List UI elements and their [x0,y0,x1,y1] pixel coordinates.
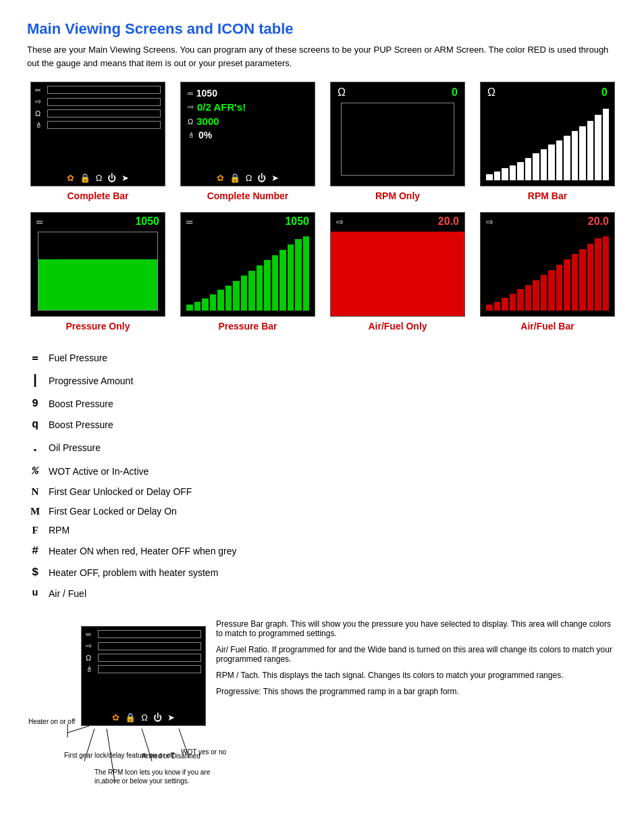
af-red-fill [331,232,464,316]
legend-text-0: Fuel Pressure [49,349,107,367]
rpm-bar-omega: Ω [487,86,495,99]
bottom-icons: ✿ 🔒 Ω ⏻ ➤ [31,173,165,183]
wot-annotation: WOT yes or no [181,748,226,756]
boost-icon: Ω [35,109,45,118]
legend-text-9: Heater ON when red, Heater OFF when grey [49,542,237,561]
legend-row-9: # Heater ON when red, Heater OFF when gr… [27,540,617,562]
desc-text-1: Air/ Fuel Ratio. If programmed for and t… [216,645,617,664]
desc-row-0: Pressure Bar graph. This will show you t… [216,619,617,638]
legend-text-11: Air / Fuel [49,585,86,603]
lock-icon: 🔒 [80,173,90,183]
cn-fuel-icon: ═ [188,89,193,97]
legend-symbol-3: q [27,415,43,435]
screen-box-airfuel-only: ⇨ 20.0 [330,212,465,317]
cn-rpm: 3000 [196,115,219,127]
rpm-only-value: 0 [452,86,458,99]
screen-airfuel-only: ⇨ 20.0 Air/Fuel Only [327,212,468,332]
screen-rpm-bar: Ω 0 RPM Bar [477,82,618,201]
diag-screen-wrapper: ═ ⇨ Ω 🕯 ✿ [81,626,206,726]
af-only-icon: ⇨ [336,217,344,227]
diag-screen: ═ ⇨ Ω 🕯 ✿ [81,626,206,726]
fuel-pressure-icon: ═ [35,86,45,94]
af-only-value: 20.0 [438,215,459,228]
press-only-icon: ═ [36,217,43,227]
heater-annotation: Heater on or off [28,717,75,726]
cn-bottom-icons: ✿ 🔒 Ω ⏻ ➤ [181,173,315,183]
screen-box-complete-number: ═ 1050 ⇨ 0/2 AFR's! Ω 3000 🕯 0% ✿ 🔒 Ω ⏻ … [180,82,315,186]
legend-text-1: Progressive Amount [49,372,133,390]
legend-row-10: $ Heater OFF, problem with heater system [27,562,617,583]
screens-grid: ═ ⇨ Ω 🕯 ✿ 🔒 Ω ⏻ ➤ Complete [27,82,617,332]
legend-row-11: u Air / Fuel [27,584,617,604]
diag-boost-icon: Ω [86,654,95,662]
desc-text-2: RPM / Tach. This displays the tach signa… [216,671,563,680]
screen-box-rpm-only: Ω 0 [330,82,465,186]
legend-symbol-6: N [27,482,43,502]
cn-arrow-icon: ➤ [271,173,279,183]
af-bars [486,236,609,311]
legend-row-2: 9 Boost Pressure [27,394,617,414]
screen-box-airfuel-bar: ⇨ 20.0 [480,212,615,317]
cn-oil-icon: 🕯 [188,131,195,139]
icon-legend: = Fuel Pressure | Progressive Amount 9 B… [27,348,617,603]
legend-text-4: Oil Pressure [49,439,101,457]
rpm-only-omega: Ω [338,86,346,99]
screen-label-complete-number: Complete Number [207,190,289,201]
press-bar-value: 1050 [285,215,309,228]
diag-power-icon2: ⏻ [153,712,162,723]
screen-box-pressure-only: ═ 1050 [30,212,165,317]
legend-symbol-9: # [27,540,43,562]
legend-text-8: RPM [49,521,70,540]
diagram-container: ═ ⇨ Ω 🕯 ✿ [27,619,230,822]
legend-symbol-10: $ [27,562,43,583]
legend-symbol-5: % [27,461,43,482]
legend-text-6: First Gear Unlocked or Delay OFF [49,483,192,501]
diag-heater-icon: ✿ [112,712,119,723]
oil-icon: 🕯 [35,121,45,129]
legend-row-3: q Boost Pressure [27,415,617,435]
diag-bottom-icons: ✿ 🔒 Ω ⏻ ➤ [82,712,205,723]
legend-row-7: M First Gear Locked or Delay On [27,502,617,521]
af-bar-icon: ⇨ [486,217,493,227]
heater-icon: ✿ [67,173,74,183]
legend-row-0: = Fuel Pressure [27,348,617,368]
progressive-icon: ⇨ [35,97,45,106]
cn-afr: 0/2 AFR's! [197,101,246,113]
legend-symbol-2: 9 [27,394,43,414]
cn-heater-icon: ✿ [217,173,224,183]
legend-symbol-0: = [27,348,43,368]
power-icon: ⏻ [107,173,116,183]
cn-omega-icon: Ω [188,118,193,126]
legend-row-6: N First Gear Unlocked or Delay OFF [27,482,617,502]
screen-pressure-bar: ═ 1050 Pressure Bar [177,212,319,332]
screen-label-pressure-bar: Pressure Bar [218,321,277,332]
screen-rpm-only: Ω 0 RPM Only [327,82,468,201]
diag-arrow-icon2: ➤ [167,712,175,723]
omega-icon: Ω [96,173,103,183]
af-bar-value: 20.0 [588,215,609,228]
bottom-diagram: ═ ⇨ Ω 🕯 ✿ [27,619,617,822]
cn-omega-b-icon: Ω [246,173,252,183]
diag-fuel-icon: ═ [86,630,95,638]
legend-row-4: . Oil Pressure [27,435,617,461]
legend-symbol-4: . [27,435,43,461]
screen-label-rpm-only: RPM Only [375,190,420,201]
screen-pressure-only: ═ 1050 Pressure Only [27,212,169,332]
press-bars [186,236,309,311]
cn-pct: 0% [198,130,212,140]
legend-row-1: | Progressive Amount [27,368,617,394]
legend-symbol-7: M [27,502,43,521]
press-green-fill [38,259,157,310]
rpm-only-rect [341,103,454,176]
legend-text-5: WOT Active or In-Active [49,463,149,481]
screen-box-complete-bar: ═ ⇨ Ω 🕯 ✿ 🔒 Ω ⏻ ➤ [30,82,165,186]
diag-oil-icon: 🕯 [86,665,95,673]
screen-label-complete-bar: Complete Bar [67,190,128,201]
legend-row-5: % WOT Active or In-Active [27,461,617,482]
legend-symbol-1: | [27,368,43,394]
screen-box-pressure-bar: ═ 1050 [180,212,315,317]
screen-airfuel-bar: ⇨ 20.0 Air/Fuel Bar [477,212,618,332]
cn-prog-icon: ⇨ [188,103,194,111]
press-only-value: 1050 [135,215,159,228]
screen-label-rpm-bar: RPM Bar [528,190,567,201]
